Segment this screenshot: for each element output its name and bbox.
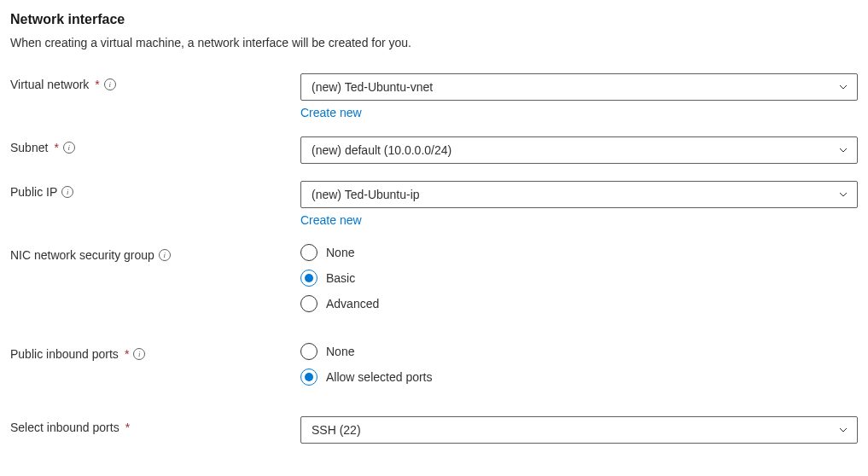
public-ip-dropdown[interactable]: (new) Ted-Ubuntu-ip xyxy=(300,181,858,208)
nsg-option-advanced[interactable]: Advanced xyxy=(300,295,858,312)
subnet-dropdown[interactable]: (new) default (10.0.0.0/24) xyxy=(300,136,858,164)
chevron-down-icon xyxy=(836,188,850,201)
inbound-ports-option-none[interactable]: None xyxy=(300,343,858,360)
select-ports-row: Select inbound ports * SSH (22) xyxy=(10,416,858,444)
virtual-network-value: (new) Ted-Ubuntu-vnet xyxy=(312,80,433,94)
required-asterisk: * xyxy=(125,421,130,434)
nsg-option-none-label: None xyxy=(326,246,354,259)
info-icon[interactable]: i xyxy=(159,249,171,261)
virtual-network-row: Virtual network * i (new) Ted-Ubuntu-vne… xyxy=(10,73,858,119)
info-icon[interactable]: i xyxy=(63,142,75,154)
radio-icon xyxy=(300,270,317,287)
nsg-radio-group: None Basic Advanced xyxy=(300,244,858,312)
subnet-label: Subnet xyxy=(10,141,48,154)
virtual-network-dropdown[interactable]: (new) Ted-Ubuntu-vnet xyxy=(300,73,858,101)
nsg-option-none[interactable]: None xyxy=(300,244,858,261)
select-ports-label: Select inbound ports xyxy=(10,421,119,434)
section-description: When creating a virtual machine, a netwo… xyxy=(10,36,858,49)
info-icon[interactable]: i xyxy=(61,186,73,198)
virtual-network-create-new-link[interactable]: Create new xyxy=(300,106,362,119)
select-ports-value: SSH (22) xyxy=(312,423,361,437)
radio-icon xyxy=(300,295,317,312)
inbound-ports-option-allow[interactable]: Allow selected ports xyxy=(300,369,858,386)
inbound-ports-radio-group: None Allow selected ports xyxy=(300,343,858,386)
required-asterisk: * xyxy=(125,347,129,361)
select-ports-dropdown[interactable]: SSH (22) xyxy=(300,416,858,444)
chevron-down-icon xyxy=(836,143,850,157)
section-title: Network interface xyxy=(10,12,858,27)
nsg-option-advanced-label: Advanced xyxy=(326,297,379,311)
info-icon[interactable]: i xyxy=(104,78,116,90)
chevron-down-icon xyxy=(836,423,850,437)
public-ip-value: (new) Ted-Ubuntu-ip xyxy=(312,188,420,201)
nsg-row: NIC network security group i None Basic … xyxy=(10,244,858,312)
info-icon[interactable]: i xyxy=(133,348,145,360)
subnet-row: Subnet * i (new) default (10.0.0.0/24) xyxy=(10,136,858,164)
radio-icon xyxy=(300,369,317,386)
public-ip-create-new-link[interactable]: Create new xyxy=(300,213,362,227)
nsg-option-basic-label: Basic xyxy=(326,271,355,285)
public-ip-row: Public IP i (new) Ted-Ubuntu-ip Create n… xyxy=(10,181,858,227)
inbound-ports-row: Public inbound ports * i None Allow sele… xyxy=(10,343,858,386)
nsg-option-basic[interactable]: Basic xyxy=(300,270,858,287)
required-asterisk: * xyxy=(95,78,99,91)
inbound-ports-option-allow-label: Allow selected ports xyxy=(326,370,433,384)
subnet-value: (new) default (10.0.0.0/24) xyxy=(312,143,451,157)
radio-icon xyxy=(300,244,317,261)
virtual-network-label: Virtual network xyxy=(10,78,89,91)
chevron-down-icon xyxy=(836,80,850,94)
radio-icon xyxy=(300,343,317,360)
inbound-ports-option-none-label: None xyxy=(326,345,354,358)
required-asterisk: * xyxy=(54,141,58,154)
inbound-ports-label: Public inbound ports xyxy=(10,347,119,361)
public-ip-label: Public IP xyxy=(10,185,57,199)
nsg-label: NIC network security group xyxy=(10,248,154,262)
